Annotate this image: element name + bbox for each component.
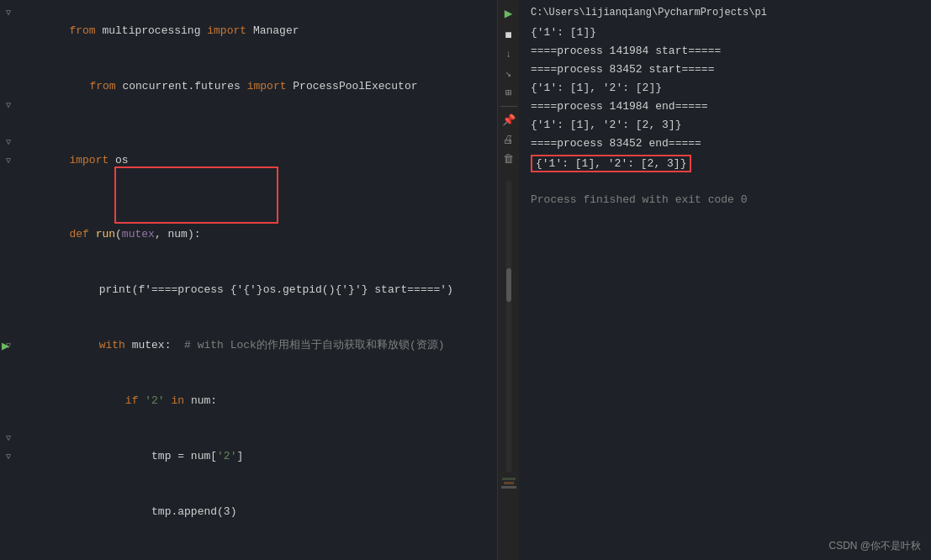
- fold-row-14: [0, 244, 17, 262]
- cm-8: # with Lock的作用相当于自动获取和释放锁(资源): [184, 339, 444, 351]
- scrollbar-track[interactable]: [506, 181, 511, 473]
- fold-row-3: [0, 40, 17, 59]
- plain-1b: Manager: [246, 24, 299, 37]
- fold-row-7: [0, 114, 17, 133]
- fold-row-8: ▽: [0, 133, 17, 151]
- plain-10b: ]: [236, 450, 243, 462]
- output-line-7: ====process 83452 end=====: [531, 135, 919, 153]
- fold-arrow-24[interactable]: ▽: [6, 433, 11, 443]
- code-line-10: tmp = num['2']: [17, 429, 497, 484]
- fold-row-27: [0, 484, 17, 503]
- left-gutter: ▽ ▽ ▽ ▽ ▶ ▽ ▽ ▽: [0, 0, 17, 560]
- fold-arrow-9[interactable]: ▽: [6, 156, 11, 166]
- fold-row-17: [0, 299, 17, 318]
- fold-row-10: [0, 170, 17, 188]
- plain-10a: tmp = num[: [72, 450, 217, 462]
- output-line-4: {'1': [1], '2': [2]}: [531, 79, 919, 98]
- fold-row-13: [0, 225, 17, 244]
- fold-row-5: [0, 77, 17, 96]
- run-arrow-icon[interactable]: ▶: [2, 338, 9, 354]
- kw-from-1: from: [69, 24, 95, 37]
- kw-if-9: if: [125, 394, 139, 407]
- output-panel: C:\Users\lijianqiang\PycharmProjects\pi …: [519, 0, 931, 560]
- toolbar-divider-1: [500, 106, 517, 107]
- code-line-9: if '2' in num:: [17, 373, 497, 429]
- output-highlighted-line: {'1': [1], '2': [2, 3]}: [531, 155, 919, 173]
- code-line-4: import os: [17, 133, 497, 188]
- fold-row-21: [0, 373, 17, 392]
- minimap: [500, 476, 517, 560]
- plain-11: tmp.append(3): [72, 505, 236, 518]
- output-line-3: ====process 83452 start=====: [531, 61, 919, 79]
- fold-arrow-6[interactable]: ▽: [6, 100, 11, 110]
- code-line-7: print(f'====process {'{'}os.getpid(){'}'…: [17, 262, 497, 318]
- plain-6c: , num):: [155, 228, 201, 240]
- plain-1: multiprocessing: [96, 24, 208, 37]
- output-line-5: ====process 141984 end=====: [531, 98, 919, 116]
- kw-in-9: in: [171, 394, 184, 407]
- fold-row-1: ▽: [0, 3, 17, 22]
- print-button[interactable]: 🖨: [503, 134, 514, 146]
- fold-arrow-25[interactable]: ▽: [6, 452, 11, 462]
- minimap-line: [502, 478, 516, 480]
- stop-button[interactable]: ■: [505, 29, 511, 42]
- output-line-6: {'1': [1], '2': [2, 3]}: [531, 116, 919, 135]
- code-line-6: def run(mutex, num):: [17, 207, 497, 262]
- plain-8a: [72, 339, 98, 351]
- frame-button[interactable]: ⊞: [505, 87, 511, 99]
- fold-row-22: [0, 392, 17, 410]
- fold-row-4: [0, 59, 17, 77]
- minimap-line: [504, 482, 514, 484]
- plain-4: os: [108, 154, 128, 166]
- fold-row-11: [0, 188, 17, 207]
- code-line-1: from multiprocessing import Manager: [17, 3, 497, 59]
- fold-row-23: [0, 410, 17, 429]
- code-lines: from multiprocessing import Manager from…: [17, 0, 497, 560]
- plain-2b: ProcessPoolExecutor: [286, 80, 417, 92]
- fold-row-24: ▽: [0, 429, 17, 447]
- exit-message: Process finished with exit code 0: [531, 193, 919, 206]
- code-line-8: with mutex: # with Lock的作用相当于自动获取和释放锁(资源…: [17, 318, 497, 373]
- kw-import-1: import: [207, 24, 246, 37]
- fold-row-16: [0, 281, 17, 299]
- kw-with-8: with: [99, 339, 125, 351]
- fold-row-15: [0, 262, 17, 281]
- plain-7: print(f'====process {'{'}os.getpid(){'}'…: [72, 283, 452, 296]
- step-over-button[interactable]: ↓: [505, 49, 511, 61]
- editor-panel: ▽ ▽ ▽ ▽ ▶ ▽ ▽ ▽: [0, 0, 519, 560]
- plain-6a: [89, 228, 96, 240]
- fold-row-18: [0, 318, 17, 336]
- str-9: '2': [145, 394, 164, 407]
- fold-row-9: ▽: [0, 151, 17, 170]
- pin-button[interactable]: 📌: [502, 114, 516, 127]
- scrollbar-thumb[interactable]: [506, 268, 511, 302]
- plain-6b: (: [115, 228, 122, 240]
- code-line-5: [17, 188, 497, 207]
- kw-def-6: def: [69, 228, 88, 240]
- output-highlight-box: {'1': [1], '2': [2, 3]}: [531, 155, 691, 172]
- kw-import-2: import: [247, 80, 287, 92]
- output-spacer: [531, 175, 919, 193]
- fn-run-6: run: [96, 228, 115, 240]
- code-line-2: from concurrent.futures import ProcessPo…: [17, 59, 497, 114]
- fold-row-19: ▶ ▽: [0, 336, 17, 355]
- fold-arrow-8[interactable]: ▽: [6, 137, 11, 147]
- fold-row-20: [0, 355, 17, 373]
- code-line-11: tmp.append(3): [17, 484, 497, 540]
- step-into-button[interactable]: ↘: [505, 67, 511, 80]
- fold-row-12: [0, 207, 17, 225]
- kw-from-2: from: [89, 80, 115, 92]
- watermark: CSDN @你不是叶秋: [828, 539, 921, 553]
- output-line-2: ====process 141984 start=====: [531, 42, 919, 61]
- run-button[interactable]: ▶: [505, 5, 513, 22]
- fold-arrow-1[interactable]: ▽: [6, 8, 11, 18]
- code-line-12: num['2'] = tmp 💡: [17, 540, 497, 560]
- plain-2: concurrent.futures: [116, 80, 247, 92]
- fold-row-6: ▽: [0, 96, 17, 114]
- code-line-3: [17, 114, 497, 133]
- fold-row-2: [0, 22, 17, 40]
- kw-import-4: import: [69, 154, 108, 166]
- code-editor[interactable]: from multiprocessing import Manager from…: [17, 0, 497, 560]
- delete-button[interactable]: 🗑: [503, 153, 514, 166]
- minimap-line: [501, 486, 516, 489]
